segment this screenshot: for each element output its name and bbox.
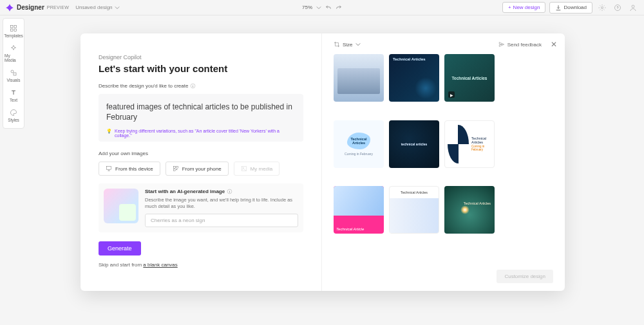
sidebar-item-text[interactable]: Text	[3, 86, 24, 106]
card-title: Technical Articles	[390, 187, 439, 198]
generate-button[interactable]: Generate	[99, 241, 141, 255]
add-images-label: Add your own images	[99, 151, 303, 156]
blank-canvas-link[interactable]: a blank canvas	[143, 262, 177, 268]
card-title: Technical Articles	[471, 136, 494, 145]
svg-rect-7	[14, 29, 17, 32]
template-card[interactable]: Technical Article	[334, 186, 384, 234]
text-icon	[10, 89, 17, 97]
size-dropdown[interactable]: Size	[334, 41, 361, 48]
svg-rect-9	[14, 73, 16, 75]
ai-thumbnail	[104, 189, 138, 223]
from-phone-button[interactable]: From your phone	[166, 162, 229, 176]
svg-rect-6	[11, 29, 14, 32]
card-subtitle: Coming in February	[471, 145, 494, 152]
zoom-value[interactable]: 75%	[302, 5, 312, 10]
chevron-down-icon	[355, 42, 361, 47]
template-card[interactable]: Technical Articles▶	[444, 54, 495, 102]
ai-title: Start with an AI-generated image	[145, 189, 298, 194]
ai-title-text: Start with an AI-generated image	[145, 189, 225, 194]
monitor-icon	[106, 165, 112, 172]
prompt-tip: 💡 Keep trying different variations, such…	[106, 129, 296, 138]
sidebar-item-mymedia[interactable]: My Media	[3, 41, 24, 66]
template-card[interactable]: technical articles	[389, 120, 439, 168]
undo-icon[interactable]	[325, 5, 332, 11]
prompt-box[interactable]: featured images of technical articles to…	[99, 94, 303, 142]
my-media-button: My media	[234, 162, 280, 176]
template-card[interactable]: Technical Articles	[389, 54, 439, 102]
zoom-controls: 75%	[302, 5, 342, 11]
template-card[interactable]: Technical ArticlesComing in February	[334, 120, 384, 168]
document-name[interactable]: Unsaved design	[75, 5, 119, 10]
describe-label: Describe the design you'd like to create	[99, 83, 303, 89]
send-icon	[498, 41, 505, 48]
qr-icon	[173, 165, 179, 172]
sidebar-item-visuals[interactable]: Visuals	[3, 66, 24, 86]
designer-copilot-modal: ✕ Designer Copilot Let's start with your…	[80, 33, 565, 291]
card-subtitle: Coming in February	[345, 152, 373, 156]
profile-icon[interactable]	[627, 2, 639, 14]
card-title: Technical Articles	[393, 57, 426, 61]
svg-rect-18	[242, 167, 247, 172]
card-title: Technical Articles	[347, 133, 370, 149]
redo-icon[interactable]	[336, 5, 342, 11]
generate-label: Generate	[108, 245, 132, 252]
ai-generate-section: Start with an AI-generated image Describ…	[99, 183, 303, 232]
template-card[interactable]	[334, 54, 384, 102]
upload-options: From this device From your phone My medi…	[99, 162, 303, 176]
modal-left-panel: Designer Copilot Let's start with your c…	[80, 33, 322, 291]
ai-placeholder-text: Cherries as a neon sign	[151, 218, 205, 223]
info-icon[interactable]	[227, 189, 232, 194]
from-device-button[interactable]: From this device	[99, 162, 160, 176]
topbar: Designer PREVIEW Unsaved design 75% + Ne…	[0, 0, 644, 15]
send-feedback-button[interactable]: Send feedback	[498, 41, 542, 48]
left-toolbar: Templates My Media Visuals Text Styles	[3, 18, 24, 129]
document-name-text: Unsaved design	[75, 5, 112, 10]
sidebar-item-label: Visuals	[7, 78, 21, 82]
sidebar-item-label: Templates	[4, 33, 23, 38]
svg-rect-15	[176, 167, 178, 169]
svg-rect-22	[229, 192, 230, 193]
svg-rect-17	[176, 169, 177, 170]
template-card[interactable]: Technical Articles	[389, 186, 439, 234]
crop-icon	[334, 41, 340, 48]
prompt-text: featured images of technical articles to…	[106, 102, 296, 122]
describe-label-text: Describe the design you'd like to create	[99, 83, 188, 89]
ai-prompt-input[interactable]: Cherries as a neon sign	[145, 214, 298, 227]
from-device-label: From this device	[115, 166, 153, 172]
skip-prefix: Skip and start from	[99, 262, 143, 268]
sparkle-icon	[10, 44, 17, 52]
app-logo[interactable]: Designer	[5, 3, 44, 12]
svg-point-21	[229, 190, 230, 191]
shapes-icon	[10, 69, 17, 77]
template-card[interactable]: Technical ArticlesComing in February	[444, 120, 495, 168]
help-icon[interactable]: ?	[612, 2, 623, 14]
settings-icon[interactable]	[596, 2, 608, 14]
svg-rect-12	[193, 86, 194, 87]
topbar-actions: + New design Download ?	[502, 2, 639, 14]
chevron-down-icon[interactable]	[316, 5, 321, 10]
ai-description: Describe the image you want, and we'll h…	[145, 197, 298, 210]
svg-point-19	[243, 167, 244, 169]
sidebar-item-label: Text	[10, 98, 17, 102]
sidebar-item-templates[interactable]: Templates	[3, 21, 24, 41]
svg-rect-5	[14, 26, 17, 28]
copilot-label: Designer Copilot	[99, 54, 303, 60]
customize-label: Customize design	[504, 274, 545, 279]
info-icon[interactable]	[190, 83, 196, 89]
svg-rect-13	[106, 167, 111, 170]
sidebar-item-label: My Media	[5, 53, 23, 62]
image-icon	[241, 165, 247, 172]
card-title: Technical Articles	[452, 76, 488, 80]
tip-text: Keep trying different variations, such a…	[115, 129, 296, 138]
from-phone-label: From your phone	[182, 166, 222, 172]
template-card[interactable]: Technical Articles	[444, 186, 495, 234]
svg-point-3	[632, 5, 634, 8]
download-icon	[555, 5, 562, 11]
template-grid: Technical Articles Technical Articles▶ T…	[334, 54, 553, 247]
sidebar-item-styles[interactable]: Styles	[3, 106, 24, 125]
download-button[interactable]: Download	[549, 2, 592, 14]
svg-point-0	[601, 6, 603, 8]
sidebar-item-label: Styles	[8, 118, 19, 122]
svg-rect-14	[173, 167, 175, 169]
new-design-button[interactable]: + New design	[502, 2, 545, 13]
